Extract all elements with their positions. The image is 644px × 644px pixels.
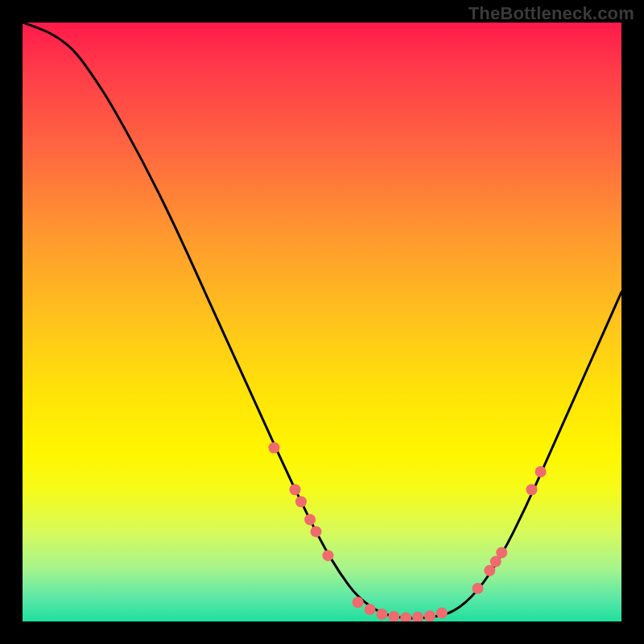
marker-point (268, 442, 279, 453)
marker-point (400, 613, 411, 621)
marker-point (526, 484, 537, 495)
chart-frame: TheBottleneck.com (0, 0, 644, 644)
marker-point (388, 611, 399, 621)
marker-point (436, 608, 448, 619)
marker-point (295, 496, 307, 507)
chart-svg (23, 23, 621, 621)
marker-point (290, 484, 301, 495)
watermark-text: TheBottleneck.com (469, 3, 634, 24)
marker-point (304, 514, 316, 526)
bottleneck-curve (23, 23, 621, 618)
markers-group (268, 442, 546, 621)
marker-point (365, 604, 376, 615)
marker-point (424, 610, 436, 621)
marker-point (322, 550, 333, 561)
marker-point (376, 609, 387, 620)
marker-point (535, 466, 547, 477)
marker-point (311, 526, 322, 537)
plot-area (23, 23, 621, 621)
marker-point (412, 612, 423, 621)
marker-point (496, 547, 507, 558)
marker-point (472, 583, 483, 594)
curve-path (23, 23, 621, 618)
marker-point (353, 597, 364, 608)
